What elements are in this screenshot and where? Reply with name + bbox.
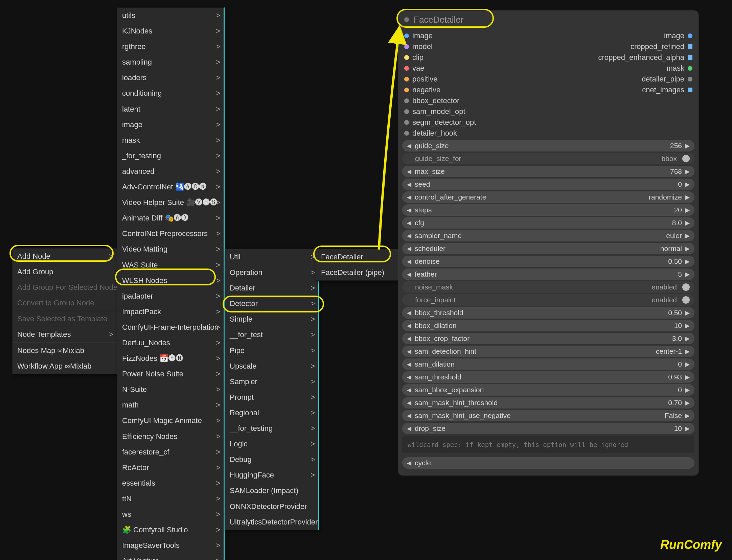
- arrow-right-icon[interactable]: [685, 425, 690, 432]
- output-socket[interactable]: [688, 55, 692, 60]
- arrow-right-icon[interactable]: [685, 374, 690, 381]
- impact-item[interactable]: Debug: [225, 452, 318, 467]
- addnode-item[interactable]: ComfyUI Magic Animate: [117, 413, 224, 428]
- arrow-right-icon[interactable]: [685, 181, 690, 188]
- arrow-right-icon[interactable]: [685, 412, 690, 419]
- impact-item[interactable]: Regional: [225, 405, 318, 421]
- arrow-left-icon[interactable]: [407, 309, 411, 317]
- arrow-left-icon[interactable]: [407, 374, 411, 381]
- arrow-left-icon[interactable]: [407, 142, 411, 149]
- addnode-item[interactable]: advanced: [117, 164, 224, 179]
- toggle-knob[interactable]: [682, 296, 690, 304]
- param-sam_bbox_expansion[interactable]: sam_bbox_expansion0: [402, 384, 694, 396]
- input-socket[interactable]: [404, 120, 409, 125]
- arrow-left-icon[interactable]: [407, 271, 411, 278]
- output-socket[interactable]: [688, 77, 692, 81]
- param-bbox_threshold[interactable]: bbox_threshold0.50: [402, 307, 694, 319]
- addnode-item[interactable]: ipadapter: [117, 288, 224, 304]
- output-socket[interactable]: [688, 44, 692, 49]
- addnode-item[interactable]: KJNodes: [117, 23, 224, 39]
- addnode-item[interactable]: ControlNet Preprocessors: [117, 226, 224, 241]
- arrow-left-icon[interactable]: [407, 387, 411, 394]
- arrow-right-icon[interactable]: [685, 219, 690, 227]
- ctx-item-node-templates[interactable]: Node Templates: [13, 327, 117, 342]
- arrow-right-icon[interactable]: [685, 322, 690, 329]
- impact-item[interactable]: Detailer: [225, 280, 318, 296]
- arrow-left-icon[interactable]: [407, 361, 411, 368]
- arrow-right-icon[interactable]: [685, 348, 690, 355]
- arrow-left-icon[interactable]: [407, 348, 411, 355]
- impact-item[interactable]: Upscale: [225, 358, 318, 374]
- impact-item[interactable]: Detector: [225, 296, 318, 311]
- param-drop_size[interactable]: drop_size10: [402, 423, 694, 434]
- impact-item[interactable]: ONNXDetectorProvider: [225, 499, 318, 514]
- toggle-knob[interactable]: [682, 283, 690, 291]
- impact-item[interactable]: __for_testing: [225, 421, 318, 436]
- input-socket[interactable]: [404, 33, 409, 38]
- addnode-item[interactable]: Adv-ControlNet 🛂🅐🅒🅝: [117, 179, 224, 195]
- param-seed[interactable]: seed0: [402, 179, 694, 190]
- arrow-left-icon[interactable]: [407, 181, 411, 188]
- arrow-right-icon[interactable]: [685, 142, 690, 149]
- node-title-bar[interactable]: FaceDetailer: [398, 10, 699, 28]
- arrow-left-icon[interactable]: [407, 219, 411, 227]
- arrow-right-icon[interactable]: [685, 232, 690, 239]
- param-max_size[interactable]: max_size768: [402, 166, 694, 177]
- param-sam_mask_hint_use_negative[interactable]: sam_mask_hint_use_negativeFalse: [402, 410, 694, 421]
- arrow-left-icon[interactable]: [407, 412, 411, 419]
- addnode-item[interactable]: ImageSaverTools: [117, 538, 224, 553]
- addnode-item[interactable]: Video Helper Suite 🎥🅥🅗🅢: [117, 195, 224, 210]
- arrow-left-icon[interactable]: [407, 399, 411, 406]
- addnode-item[interactable]: math: [117, 397, 224, 413]
- addnode-item[interactable]: N-Suite: [117, 382, 224, 397]
- arrow-right-icon[interactable]: [685, 361, 690, 368]
- addnode-item[interactable]: conditioning: [117, 86, 224, 101]
- param-noise_mask[interactable]: noise_maskenabled: [402, 281, 694, 293]
- addnode-item[interactable]: loaders: [117, 70, 224, 86]
- impact-item[interactable]: Pipe: [225, 343, 318, 358]
- arrow-left-icon[interactable]: [407, 460, 411, 467]
- arrow-right-icon[interactable]: [685, 309, 690, 317]
- addnode-item[interactable]: Video Matting: [117, 241, 224, 257]
- arrow-left-icon[interactable]: [407, 194, 411, 201]
- impact-item[interactable]: UltralyticsDetectorProvider: [225, 514, 318, 530]
- addnode-item[interactable]: 🧩 Comfyroll Studio: [117, 522, 224, 538]
- output-socket[interactable]: [688, 66, 692, 71]
- arrow-right-icon[interactable]: [685, 399, 690, 406]
- arrow-left-icon[interactable]: [407, 245, 411, 252]
- addnode-item[interactable]: _for_testing: [117, 148, 224, 164]
- simple-item[interactable]: FaceDetailer (pipe): [316, 265, 410, 280]
- addnode-item[interactable]: utils: [117, 8, 224, 23]
- param-guide_size_for[interactable]: guide_size_forbbox: [402, 153, 694, 164]
- impact-item[interactable]: Operation: [225, 265, 318, 280]
- arrow-left-icon[interactable]: [407, 335, 411, 342]
- param-bbox_crop_factor[interactable]: bbox_crop_factor3.0: [402, 333, 694, 344]
- param-bbox_dilation[interactable]: bbox_dilation10: [402, 320, 694, 331]
- facedetailer-node[interactable]: FaceDetailer imageimagemodelcropped_refi…: [398, 10, 699, 476]
- simple-submenu[interactable]: FaceDetailerFaceDetailer (pipe): [316, 249, 411, 281]
- impact-item[interactable]: SAMLoader (Impact): [225, 483, 318, 498]
- param-sam_dilation[interactable]: sam_dilation0: [402, 358, 694, 370]
- addnode-item[interactable]: WAS Suite: [117, 257, 224, 273]
- output-socket[interactable]: [688, 33, 692, 38]
- arrow-left-icon[interactable]: [407, 322, 411, 329]
- param-cycle[interactable]: cycle: [402, 457, 694, 469]
- param-control_after_generate[interactable]: control_after_generaterandomize: [402, 191, 694, 203]
- arrow-left-icon[interactable]: [407, 168, 411, 175]
- arrow-right-icon[interactable]: [685, 194, 690, 201]
- ctx-item-workflow-app-mixlab[interactable]: Workflow App ∞Mixlab: [13, 358, 117, 374]
- addnode-item[interactable]: Art Venture: [117, 553, 224, 560]
- param-denoise[interactable]: denoise0.50: [402, 256, 694, 267]
- param-scheduler[interactable]: schedulernormal: [402, 243, 694, 254]
- addnode-item[interactable]: Derfuu_Nodes: [117, 335, 224, 351]
- param-cfg[interactable]: cfg8.0: [402, 217, 694, 229]
- add-node-submenu[interactable]: utilsKJNodesrgthreesamplingloaderscondit…: [117, 7, 225, 560]
- param-sampler_name[interactable]: sampler_nameeuler: [402, 230, 694, 241]
- addnode-item[interactable]: Efficiency Nodes: [117, 429, 224, 444]
- input-socket[interactable]: [404, 109, 409, 114]
- addnode-item[interactable]: WLSH Nodes: [117, 273, 224, 288]
- output-socket[interactable]: [688, 88, 692, 92]
- input-socket[interactable]: [404, 66, 409, 71]
- addnode-item[interactable]: facerestore_cf: [117, 444, 224, 460]
- input-socket[interactable]: [404, 88, 409, 92]
